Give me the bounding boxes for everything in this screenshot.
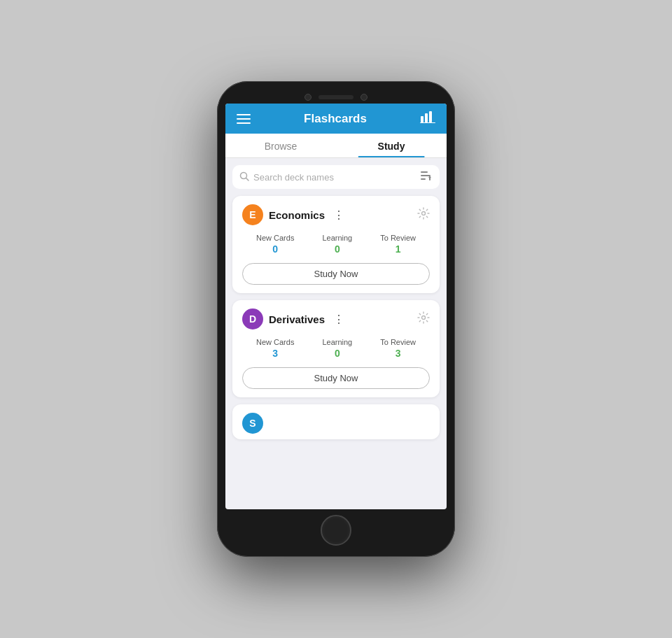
phone-frame: Flashcards Browse Study — [217, 81, 455, 557]
search-icon — [239, 171, 249, 183]
deck-stats-economics: New Cards 0 Learning 0 To Review 1 — [242, 234, 430, 255]
study-now-button-derivatives[interactable]: Study Now — [242, 367, 430, 389]
svg-point-12 — [422, 316, 426, 319]
stat-learning-economics: Learning 0 — [322, 234, 352, 255]
svg-rect-2 — [429, 111, 432, 122]
deck-stats-derivatives: New Cards 3 Learning 0 To Review 3 — [242, 338, 430, 359]
deck-name-economics: Economics — [269, 209, 325, 221]
svg-rect-1 — [425, 113, 428, 122]
stat-new-cards-economics: New Cards 0 — [256, 234, 294, 255]
stat-to-review-economics: To Review 1 — [380, 234, 416, 255]
search-bar: Search deck names — [232, 165, 440, 189]
stat-learning-derivatives: Learning 0 — [322, 338, 352, 359]
home-button[interactable] — [321, 515, 351, 546]
svg-rect-0 — [421, 116, 424, 122]
deck-avatar-economics: E — [242, 204, 263, 225]
statistics-button[interactable] — [420, 111, 435, 127]
deck-menu-derivatives[interactable]: ⋮ — [333, 313, 344, 326]
deck-list: E Economics ⋮ New Cards — [225, 193, 447, 509]
deck-avatar-derivatives: D — [242, 309, 263, 329]
deck-header-left-partial: S — [242, 413, 263, 434]
tab-study[interactable]: Study — [336, 134, 447, 157]
deck-menu-economics[interactable]: ⋮ — [333, 208, 344, 222]
phone-bottom — [225, 509, 447, 548]
phone-screen: Flashcards Browse Study — [225, 104, 447, 509]
app-header: Flashcards — [225, 104, 447, 134]
deck-header-partial: S — [242, 413, 430, 434]
svg-point-11 — [422, 211, 426, 215]
phone-camera — [304, 94, 312, 101]
deck-settings-derivatives[interactable] — [417, 311, 430, 327]
tab-browse[interactable]: Browse — [225, 134, 336, 157]
phone-top — [225, 90, 447, 104]
deck-header-economics: E Economics ⋮ — [242, 204, 430, 225]
deck-card-derivatives: D Derivatives ⋮ New Cards — [232, 300, 440, 397]
tab-bar: Browse Study — [225, 134, 447, 158]
deck-header-derivatives: D Derivatives ⋮ — [242, 309, 430, 329]
svg-rect-7 — [421, 175, 430, 176]
deck-header-left-derivatives: D Derivatives ⋮ — [242, 309, 344, 329]
phone-camera-2 — [360, 94, 368, 101]
svg-rect-6 — [421, 171, 428, 173]
deck-header-left: E Economics ⋮ — [242, 204, 344, 225]
deck-card-economics: E Economics ⋮ New Cards — [232, 196, 440, 293]
deck-name-derivatives: Derivatives — [269, 313, 325, 325]
search-input[interactable]: Search deck names — [253, 172, 420, 183]
deck-settings-economics[interactable] — [417, 207, 430, 223]
stat-new-cards-derivatives: New Cards 3 — [256, 338, 294, 359]
svg-rect-3 — [420, 122, 435, 123]
deck-card-partial: S — [232, 404, 440, 439]
study-now-button-economics[interactable]: Study Now — [242, 263, 430, 285]
stat-to-review-derivatives: To Review 3 — [380, 338, 416, 359]
svg-line-5 — [246, 178, 249, 180]
app-title: Flashcards — [304, 112, 367, 126]
deck-avatar-partial: S — [242, 413, 263, 434]
phone-speaker — [318, 95, 354, 99]
sort-icon[interactable] — [420, 169, 433, 185]
menu-button[interactable] — [237, 114, 251, 124]
svg-rect-8 — [421, 178, 426, 180]
